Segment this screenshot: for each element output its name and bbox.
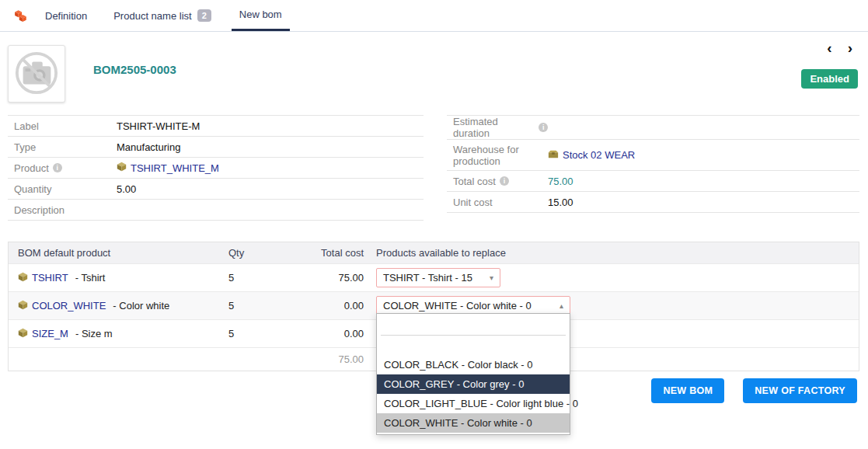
- product-link[interactable]: TSHIRT_WHITE_M: [117, 162, 219, 174]
- detail-row-total-cost: Total cost i 75.00: [447, 171, 859, 192]
- info-icon: i: [539, 123, 548, 132]
- replace-product-select[interactable]: TSHIRT - Tshirt - 15 ▾: [376, 268, 500, 287]
- product-cube-icon: [18, 272, 28, 284]
- no-photo-camera-icon: [14, 50, 59, 98]
- field-label: Label: [14, 120, 117, 132]
- product-description: - Color white: [113, 300, 169, 312]
- col-header-total-cost: Total cost: [298, 247, 376, 259]
- detail-row-warehouse: Warehouse for production Stock 02 WEAR: [447, 140, 859, 171]
- info-icon: i: [500, 176, 509, 186]
- warehouse-link-text: Stock 02 WEAR: [563, 149, 635, 161]
- detail-row-label: Label TSHIRT-WHITE-M: [8, 116, 424, 137]
- tab-product-name-list[interactable]: Product name list 2: [106, 0, 219, 31]
- field-label: Total cost i: [453, 176, 548, 187]
- dropdown-empty-option[interactable]: [377, 336, 570, 355]
- table-header-row: BOM default product Qty Total cost Produ…: [9, 242, 859, 263]
- total-cost-cell: 75.00: [298, 272, 376, 284]
- product-ref-link[interactable]: SIZE_M: [32, 328, 68, 339]
- dropdown-option-selected[interactable]: COLOR_WHITE - Color white - 0: [377, 413, 570, 433]
- field-label: Unit cost: [453, 197, 548, 208]
- bom-module-icon: [14, 0, 28, 31]
- tab-new-bom[interactable]: New bom: [232, 0, 290, 31]
- new-bom-button[interactable]: NEW BOM: [651, 378, 724, 403]
- product-ref-link[interactable]: COLOR_WHITE: [32, 300, 106, 312]
- detail-row-product: Product i TSHIRT_WHITE_M: [8, 158, 424, 179]
- col-header-product: BOM default product: [9, 247, 228, 259]
- tab-bar: Definition Product name list 2 New bom: [0, 0, 868, 32]
- total-cost-cell: 0.00: [298, 300, 376, 312]
- tab-definition[interactable]: Definition: [37, 0, 95, 31]
- detail-row-type: Type Manufacturing: [8, 137, 424, 158]
- details-table-right: Estimated duration i Warehouse for produ…: [447, 115, 859, 213]
- replace-product-dropdown-panel: COLOR_BLACK - Color black - 0 COLOR_GREY…: [376, 313, 570, 435]
- field-label: Warehouse for production: [453, 144, 548, 167]
- product-cell: COLOR_WHITE - Color white: [9, 300, 228, 312]
- field-value: 5.00: [117, 183, 136, 195]
- chevron-up-icon: ▴: [559, 301, 563, 310]
- select-value: TSHIRT - Tshirt - 15: [383, 272, 472, 284]
- bom-page: Definition Product name list 2 New bom B…: [0, 0, 868, 449]
- replace-cell: TSHIRT - Tshirt - 15 ▾: [376, 268, 859, 287]
- field-label-text: Estimated duration: [453, 116, 535, 139]
- warehouse-icon: [548, 148, 559, 162]
- select-value: COLOR_WHITE - Color white - 0: [383, 300, 532, 312]
- dropdown-option-highlighted[interactable]: COLOR_GREY - Color grey - 0: [377, 374, 570, 394]
- product-cell: TSHIRT - Tshirt: [9, 272, 228, 284]
- info-icon: i: [53, 163, 62, 172]
- product-photo-placeholder: [8, 45, 65, 103]
- detail-row-quantity: Quantity 5.00: [8, 179, 424, 200]
- tab-product-name-list-label: Product name list: [113, 10, 191, 22]
- total-cost-cell: 0.00: [298, 328, 376, 339]
- chevron-down-icon: ▾: [490, 273, 493, 282]
- dropdown-option[interactable]: COLOR_BLACK - Color black - 0: [377, 355, 570, 374]
- product-description: - Size m: [75, 328, 113, 339]
- product-link-text: TSHIRT_WHITE_M: [131, 162, 219, 174]
- product-description: - Tshirt: [75, 272, 106, 284]
- field-label: Type: [14, 141, 117, 153]
- record-navigation: ‹ ›: [827, 40, 852, 56]
- table-row: TSHIRT - Tshirt 5 75.00 TSHIRT - Tshirt …: [9, 263, 859, 291]
- detail-row-estimated-duration: Estimated duration i: [447, 116, 859, 140]
- field-label: Quantity: [14, 183, 117, 195]
- details-table-left: Label TSHIRT-WHITE-M Type Manufacturing …: [8, 115, 424, 221]
- col-header-qty: Qty: [228, 247, 298, 259]
- qty-cell: 5: [228, 272, 298, 284]
- field-label-text: Product: [14, 162, 49, 174]
- warehouse-link[interactable]: Stock 02 WEAR: [548, 148, 635, 162]
- grand-total-cell: 75.00: [298, 353, 376, 365]
- field-value: 15.00: [548, 197, 573, 208]
- dropdown-search-input[interactable]: [381, 318, 566, 336]
- action-buttons: NEW BOM NEW OF FACTORY: [651, 378, 857, 403]
- dropdown-option[interactable]: COLOR_LIGHT_BLUE - Color light blue - 0: [377, 394, 570, 413]
- previous-record-arrow[interactable]: ‹: [827, 40, 831, 56]
- product-cell: SIZE_M - Size m: [9, 328, 228, 340]
- status-badge: Enabled: [801, 69, 858, 89]
- product-cube-icon: [18, 328, 28, 340]
- col-header-replace: Products available to replace: [376, 247, 859, 259]
- field-label: Estimated duration i: [453, 116, 548, 139]
- next-record-arrow[interactable]: ›: [848, 40, 852, 56]
- field-value: Manufacturing: [117, 141, 180, 153]
- product-cube-icon: [18, 300, 28, 312]
- product-ref-link[interactable]: TSHIRT: [32, 272, 68, 284]
- qty-cell: 5: [228, 328, 298, 339]
- tab-definition-label: Definition: [45, 10, 87, 22]
- field-label: Description: [14, 204, 117, 216]
- page-title: BOM2505-0003: [93, 63, 176, 76]
- field-label-text: Total cost: [453, 176, 496, 187]
- qty-cell: 5: [228, 300, 298, 312]
- tab-new-bom-label: New bom: [239, 9, 282, 20]
- new-of-factory-button[interactable]: NEW OF FACTORY: [743, 378, 857, 403]
- field-value: 75.00: [548, 176, 573, 187]
- field-label: Product i: [14, 162, 117, 174]
- detail-row-unit-cost: Unit cost 15.00: [447, 192, 859, 213]
- product-cube-icon: [117, 162, 127, 174]
- tab-count-badge: 2: [197, 9, 211, 22]
- detail-row-description: Description: [8, 200, 424, 221]
- field-value: TSHIRT-WHITE-M: [117, 120, 200, 132]
